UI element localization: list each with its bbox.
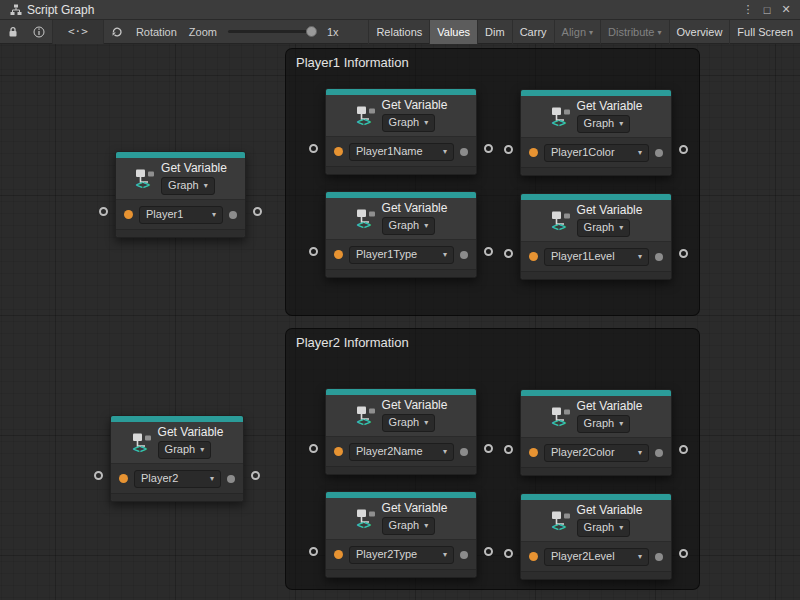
scope-dropdown[interactable]: Graph ▾ bbox=[577, 415, 631, 433]
info-icon[interactable] bbox=[26, 20, 52, 44]
input-port[interactable] bbox=[504, 249, 513, 258]
output-port[interactable] bbox=[484, 547, 493, 556]
input-port[interactable] bbox=[504, 549, 513, 558]
toolbar-button-label: Overview bbox=[677, 26, 723, 38]
scope-label: Graph bbox=[389, 519, 420, 532]
output-port[interactable] bbox=[484, 247, 493, 256]
chevron-down-icon: ▾ bbox=[204, 179, 208, 192]
get-variable-node[interactable]: <> Get Variable Graph ▾ Player1Color ▾ bbox=[520, 89, 672, 176]
scope-dropdown[interactable]: Graph ▾ bbox=[577, 219, 631, 237]
chevron-down-icon: ▾ bbox=[638, 146, 642, 159]
output-port[interactable] bbox=[679, 249, 688, 258]
get-variable-node[interactable]: <> Get Variable Graph ▾ Player2Name ▾ bbox=[325, 388, 477, 475]
value-port-dot[interactable] bbox=[334, 550, 343, 559]
scope-dropdown[interactable]: Graph ▾ bbox=[158, 441, 212, 459]
get-variable-node[interactable]: <> Get Variable Graph ▾ Player1 ▾ bbox=[115, 151, 246, 238]
get-variable-node[interactable]: <> Get Variable Graph ▾ Player2Level ▾ bbox=[520, 493, 672, 580]
variable-dropdown[interactable]: Player2Name ▾ bbox=[349, 443, 454, 461]
variable-dropdown[interactable]: Player1Name ▾ bbox=[349, 143, 454, 161]
input-port[interactable] bbox=[94, 471, 103, 480]
scope-dropdown[interactable]: Graph ▾ bbox=[577, 519, 631, 537]
value-port-dot[interactable] bbox=[334, 250, 343, 259]
variable-dropdown[interactable]: Player2Level ▾ bbox=[544, 548, 649, 566]
graph-canvas[interactable]: Player1 Information Player2 Information … bbox=[0, 44, 800, 600]
input-port[interactable] bbox=[309, 247, 318, 256]
zoom-value: 1x bbox=[327, 26, 339, 38]
get-variable-icon: <> bbox=[550, 510, 572, 532]
variable-dropdown[interactable]: Player1Color ▾ bbox=[544, 144, 649, 162]
value-port-dot[interactable] bbox=[529, 448, 538, 457]
get-variable-node[interactable]: <> Get Variable Graph ▾ Player1Name ▾ bbox=[325, 88, 477, 175]
toolbar-button-values[interactable]: Values bbox=[429, 20, 477, 44]
chevron-down-icon: ▾ bbox=[638, 250, 642, 263]
node-port-row: Player2Color ▾ bbox=[521, 437, 671, 467]
variable-dropdown[interactable]: Player2Color ▾ bbox=[544, 444, 649, 462]
get-variable-node[interactable]: <> Get Variable Graph ▾ Player2 ▾ bbox=[110, 415, 244, 502]
value-port-dot[interactable] bbox=[529, 148, 538, 157]
chevron-down-icon: ▾ bbox=[424, 219, 428, 232]
value-port-dot[interactable] bbox=[119, 474, 128, 483]
scope-dropdown[interactable]: Graph ▾ bbox=[382, 517, 436, 535]
get-variable-node[interactable]: <> Get Variable Graph ▾ Player1Level ▾ bbox=[520, 193, 672, 280]
variable-dropdown[interactable]: Player2Type ▾ bbox=[349, 546, 454, 564]
variable-dropdown[interactable]: Player2 ▾ bbox=[134, 470, 221, 488]
output-port[interactable] bbox=[484, 144, 493, 153]
value-port-dot[interactable] bbox=[124, 210, 133, 219]
input-port[interactable] bbox=[504, 145, 513, 154]
value-ports-button[interactable]: <·> bbox=[53, 20, 103, 44]
scope-dropdown[interactable]: Graph ▾ bbox=[382, 114, 436, 132]
lock-icon[interactable] bbox=[0, 20, 26, 44]
input-port[interactable] bbox=[309, 444, 318, 453]
scope-label: Graph bbox=[389, 116, 420, 129]
chevron-down-icon: ▾ bbox=[443, 445, 447, 458]
value-port-dot[interactable] bbox=[334, 147, 343, 156]
value-port-dot[interactable] bbox=[529, 252, 538, 261]
variable-name: Player1Type bbox=[356, 248, 417, 261]
variable-dropdown[interactable]: Player1 ▾ bbox=[139, 206, 223, 224]
get-variable-node[interactable]: <> Get Variable Graph ▾ Player1Type ▾ bbox=[325, 191, 477, 278]
output-port[interactable] bbox=[251, 471, 260, 480]
scope-dropdown[interactable]: Graph ▾ bbox=[382, 414, 436, 432]
get-variable-icon: <> bbox=[131, 432, 153, 454]
toolbar-button-relations[interactable]: Relations bbox=[368, 20, 429, 44]
output-port[interactable] bbox=[679, 145, 688, 154]
toolbar-button-group: RelationsValuesDimCarryAlign▾Distribute▾… bbox=[368, 20, 800, 44]
close-icon[interactable]: ✕ bbox=[778, 3, 794, 16]
graph-toolbar: <·> Rotation Zoom 1x RelationsValuesDimC… bbox=[0, 20, 800, 44]
scope-dropdown[interactable]: Graph ▾ bbox=[161, 177, 215, 195]
get-variable-icon: <> bbox=[355, 405, 377, 427]
maximize-icon[interactable]: □ bbox=[759, 4, 775, 16]
get-variable-node[interactable]: <> Get Variable Graph ▾ Player2Type ▾ bbox=[325, 491, 477, 578]
node-footer bbox=[326, 269, 476, 277]
toolbar-button-label: Relations bbox=[376, 26, 422, 38]
toolbar-button-full-screen[interactable]: Full Screen bbox=[729, 20, 800, 44]
kebab-menu-icon[interactable]: ⋮ bbox=[740, 3, 756, 16]
toolbar-button-dim[interactable]: Dim bbox=[477, 20, 512, 44]
variable-dropdown[interactable]: Player1Type ▾ bbox=[349, 246, 454, 264]
variable-dropdown[interactable]: Player1Level ▾ bbox=[544, 248, 649, 266]
zoom-slider-handle[interactable] bbox=[306, 26, 317, 37]
input-port[interactable] bbox=[504, 445, 513, 454]
node-footer bbox=[521, 571, 671, 579]
zoom-slider[interactable] bbox=[228, 30, 316, 33]
input-port[interactable] bbox=[309, 144, 318, 153]
value-port-dot[interactable] bbox=[529, 552, 538, 561]
toolbar-button-label: Distribute bbox=[608, 26, 654, 38]
output-port[interactable] bbox=[679, 445, 688, 454]
value-port-dot[interactable] bbox=[334, 447, 343, 456]
input-port[interactable] bbox=[309, 547, 318, 556]
scope-dropdown[interactable]: Graph ▾ bbox=[577, 115, 631, 133]
get-variable-node[interactable]: <> Get Variable Graph ▾ Player2Color ▾ bbox=[520, 389, 672, 476]
toolbar-button-carry[interactable]: Carry bbox=[512, 20, 554, 44]
toolbar-button-overview[interactable]: Overview bbox=[669, 20, 730, 44]
output-port[interactable] bbox=[679, 549, 688, 558]
node-footer bbox=[116, 229, 245, 237]
script-graph-tab[interactable]: Script Graph bbox=[6, 0, 98, 19]
get-variable-icon: <> bbox=[550, 406, 572, 428]
unity-script-graph-window: { "window": { "title": "Script Graph" },… bbox=[0, 0, 800, 600]
input-port[interactable] bbox=[99, 207, 108, 216]
output-port[interactable] bbox=[253, 207, 262, 216]
scope-dropdown[interactable]: Graph ▾ bbox=[382, 217, 436, 235]
node-footer bbox=[111, 493, 243, 501]
output-port[interactable] bbox=[484, 444, 493, 453]
